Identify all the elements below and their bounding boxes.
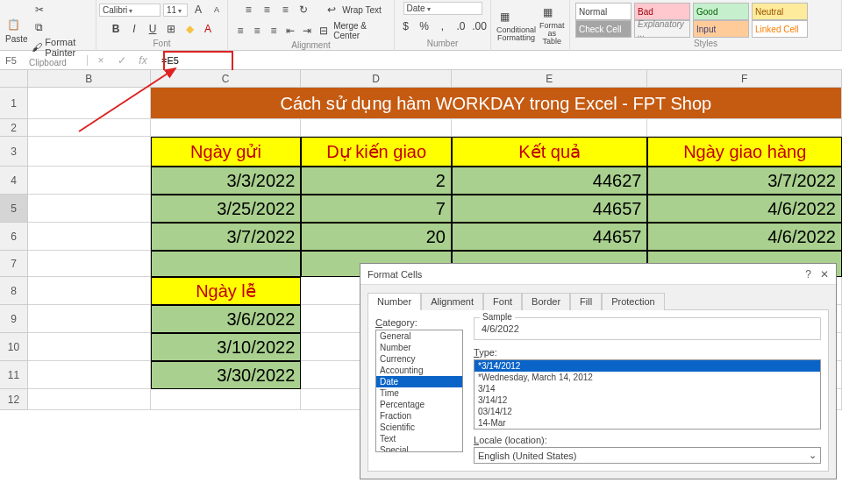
- data-r0-c2[interactable]: 44627: [452, 167, 648, 195]
- type-option-3[interactable]: 3/14/12: [475, 394, 820, 406]
- row-header-5[interactable]: 5: [0, 195, 28, 223]
- dialog-tab-alignment[interactable]: Alignment: [421, 293, 483, 310]
- indent-inc-icon[interactable]: ⇥: [300, 23, 314, 39]
- dialog-help-icon[interactable]: ?: [805, 268, 811, 280]
- enter-formula-icon[interactable]: ✓: [114, 53, 130, 68]
- category-number[interactable]: Number: [376, 342, 462, 353]
- category-general[interactable]: General: [376, 330, 462, 342]
- style-s-linked[interactable]: Linked Cell: [752, 20, 808, 38]
- type-option-0[interactable]: *3/14/2012: [475, 360, 820, 372]
- cell[interactable]: [28, 333, 151, 361]
- dialog-tab-fill[interactable]: Fill: [570, 293, 602, 310]
- data-r0-c0[interactable]: 3/3/2022: [151, 167, 302, 195]
- bold-button[interactable]: B: [108, 21, 124, 37]
- row-header-9[interactable]: 9: [0, 305, 28, 333]
- data-r1-c2[interactable]: 44657: [452, 195, 648, 223]
- dialog-tab-font[interactable]: Font: [483, 293, 522, 310]
- cut-icon[interactable]: ✂: [32, 2, 47, 18]
- header-3[interactable]: Ngày giao hàng: [647, 137, 842, 167]
- formula-input[interactable]: [156, 55, 842, 66]
- data-r1-c1[interactable]: 7: [301, 195, 452, 223]
- category-text[interactable]: Text: [376, 433, 462, 444]
- style-s-neutral[interactable]: Neutral: [752, 3, 808, 20]
- type-option-6[interactable]: 14-Mar-12: [475, 429, 820, 429]
- cell[interactable]: [28, 137, 151, 167]
- data-r2-c1[interactable]: 20: [301, 223, 452, 251]
- data-r2-c3[interactable]: 4/6/2022: [647, 223, 842, 251]
- conditional-formatting-icon[interactable]: ▦: [496, 9, 512, 25]
- category-list[interactable]: GeneralNumberCurrencyAccountingDateTimeP…: [375, 330, 463, 452]
- border-button[interactable]: ⊞: [163, 21, 179, 37]
- wrap-text-icon[interactable]: ↩: [324, 2, 339, 18]
- holiday-0[interactable]: 3/6/2022: [151, 305, 302, 333]
- row-header-1[interactable]: 1: [0, 88, 28, 119]
- cell[interactable]: [28, 195, 151, 223]
- align-top-icon[interactable]: ≡: [240, 2, 256, 18]
- category-scientific[interactable]: Scientific: [376, 422, 462, 433]
- underline-button[interactable]: U: [145, 21, 161, 37]
- type-option-1[interactable]: *Wednesday, March 14, 2012: [475, 372, 820, 383]
- dialog-tab-protection[interactable]: Protection: [602, 293, 665, 310]
- row-header-12[interactable]: 12: [0, 389, 28, 410]
- fx-icon[interactable]: fx: [135, 53, 151, 68]
- row-header-4[interactable]: 4: [0, 167, 28, 195]
- col-header-C[interactable]: C: [151, 70, 302, 87]
- inc-dec-icon[interactable]: .0: [453, 18, 469, 34]
- header-1[interactable]: Dự kiến giao: [301, 137, 452, 167]
- cell[interactable]: [301, 119, 452, 137]
- fill-color-button[interactable]: ◆: [182, 21, 197, 37]
- row-header-6[interactable]: 6: [0, 223, 28, 251]
- cell[interactable]: [28, 389, 151, 410]
- cancel-formula-icon[interactable]: ×: [93, 53, 109, 68]
- cell[interactable]: [151, 389, 302, 410]
- decrease-font-icon[interactable]: A: [209, 2, 225, 18]
- data-r2-c0[interactable]: 3/7/2022: [151, 223, 302, 251]
- align-mid-icon[interactable]: ≡: [259, 2, 275, 18]
- holiday-2[interactable]: 3/30/2022: [151, 361, 302, 389]
- currency-icon[interactable]: $: [398, 18, 414, 34]
- align-left-icon[interactable]: ≡: [233, 23, 247, 39]
- cell[interactable]: [28, 251, 151, 277]
- comma-icon[interactable]: ,: [435, 18, 451, 34]
- cell[interactable]: [647, 119, 842, 137]
- header-0[interactable]: Ngày gửi: [151, 137, 302, 167]
- data-r0-c1[interactable]: 2: [301, 167, 452, 195]
- cell[interactable]: [28, 119, 151, 137]
- category-special[interactable]: Special: [376, 444, 462, 452]
- row-header-3[interactable]: 3: [0, 137, 28, 167]
- name-box[interactable]: F5: [0, 55, 88, 66]
- dec-dec-icon[interactable]: .00: [472, 18, 488, 34]
- cell[interactable]: [151, 119, 302, 137]
- holiday-header[interactable]: Ngày lễ: [151, 277, 302, 305]
- col-header-F[interactable]: F: [647, 70, 842, 87]
- orientation-icon[interactable]: ↻: [296, 2, 311, 18]
- type-option-4[interactable]: 03/14/12: [475, 406, 820, 417]
- cell[interactable]: [452, 119, 648, 137]
- data-r0-c3[interactable]: 3/7/2022: [647, 167, 842, 195]
- align-center-icon[interactable]: ≡: [250, 23, 264, 39]
- title-cell[interactable]: Cách sử dụng hàm WORKDAY trong Excel - F…: [151, 88, 842, 119]
- style-s-bad[interactable]: Bad: [634, 3, 690, 20]
- font-size-select[interactable]: 11: [163, 4, 188, 17]
- paste-icon[interactable]: 📋: [5, 17, 21, 32]
- category-date[interactable]: Date: [376, 376, 462, 387]
- style-s-expl[interactable]: Explanatory ...: [634, 20, 690, 38]
- col-header-B[interactable]: B: [28, 70, 151, 87]
- type-option-5[interactable]: 14-Mar: [475, 417, 820, 429]
- row-header-8[interactable]: 8: [0, 277, 28, 305]
- locale-select[interactable]: English (United States) ⌄: [474, 447, 821, 464]
- category-percentage[interactable]: Percentage: [376, 399, 462, 410]
- row-header-10[interactable]: 10: [0, 333, 28, 361]
- cell[interactable]: [28, 167, 151, 195]
- italic-button[interactable]: I: [126, 21, 142, 37]
- category-accounting[interactable]: Accounting: [376, 365, 462, 376]
- holiday-1[interactable]: 3/10/2022: [151, 333, 302, 361]
- copy-icon[interactable]: ⧉: [32, 19, 47, 35]
- style-s-good[interactable]: Good: [693, 3, 749, 20]
- data-r1-c3[interactable]: 4/6/2022: [647, 195, 842, 223]
- cell[interactable]: [28, 277, 151, 305]
- cell[interactable]: [28, 361, 151, 389]
- increase-font-icon[interactable]: A: [190, 2, 206, 18]
- dialog-tab-number[interactable]: Number: [367, 293, 421, 310]
- category-fraction[interactable]: Fraction: [376, 410, 462, 422]
